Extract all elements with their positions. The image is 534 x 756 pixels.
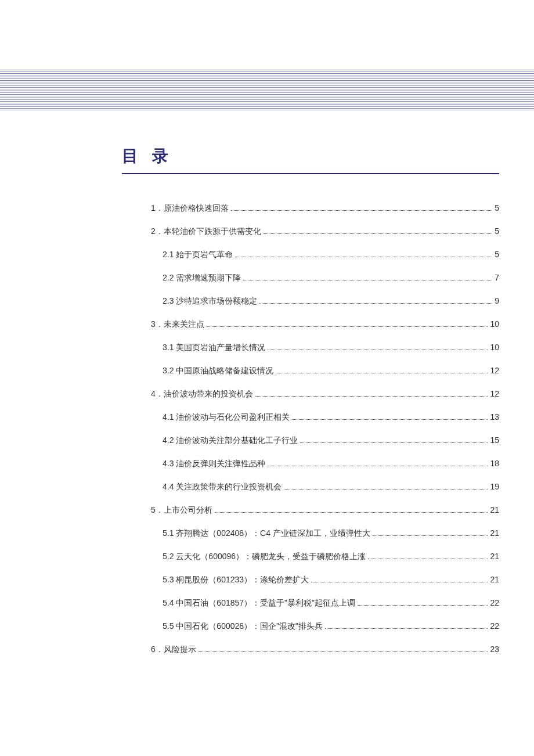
toc-entry-page: 18 [490,459,499,468]
toc-entry-label: 5.4 中国石油（601857）：受益于"暴利税"起征点上调 [163,598,355,609]
toc-entry: 4.3 油价反弹则关注弹性品种18 [151,459,499,469]
toc-leader-dots [292,419,488,420]
toc-entry-label: 6．风险提示 [151,645,196,655]
toc-entry: 2.3 沙特追求市场份额稳定9 [151,296,499,307]
toc-entry-page: 5 [495,226,499,236]
toc-entry-page: 13 [490,412,499,422]
toc-title: 目录 [122,145,499,173]
toc-entry-label: 3．未来关注点 [151,319,204,330]
toc-leader-dots [268,350,488,350]
toc-leader-dots [311,582,488,582]
toc-entry: 1．原油价格快速回落5 [151,203,499,214]
toc-entry: 2.1 始于页岩气革命5 [151,250,499,260]
toc-entry-page: 19 [490,482,499,491]
toc-entry-page: 5 [495,250,499,259]
toc-entry: 3.1 美国页岩油产量增长情况10 [151,343,499,353]
toc-entry-page: 10 [490,343,499,352]
toc-entry-label: 3.1 美国页岩油产量增长情况 [163,343,265,353]
toc-entry-page: 9 [495,296,499,305]
toc-entry: 5.5 中国石化（600028）：国企"混改"排头兵22 [151,621,499,632]
toc-entry-label: 4.3 油价反弹则关注弹性品种 [163,459,265,469]
toc-entry-page: 21 [490,505,499,514]
toc-entry: 6．风险提示23 [151,645,499,655]
toc-entry-page: 22 [490,598,499,607]
toc-entry-page: 12 [490,366,499,375]
toc-entry-label: 4.1 油价波动与石化公司盈利正相关 [163,412,290,423]
toc-entry-label: 2.3 沙特追求市场份额稳定 [163,296,257,307]
toc-leader-dots [268,466,488,466]
toc-entry: 3.2 中国原油战略储备建设情况12 [151,366,499,376]
toc-leader-dots [255,396,488,397]
toc-leader-dots [264,233,492,234]
toc-leader-dots [215,512,488,513]
toc-entry-label: 4．油价波动带来的投资机会 [151,389,253,399]
header-banner [0,70,534,110]
table-of-contents: 1．原油价格快速回落52．本轮油价下跌源于供需变化52.1 始于页岩气革命52.… [35,203,499,655]
toc-leader-dots [368,559,488,559]
toc-entry-label: 5．上市公司分析 [151,505,212,516]
toc-entry-label: 5.5 中国石化（600028）：国企"混改"排头兵 [163,621,323,632]
toc-leader-dots [276,373,488,373]
toc-entry: 5.1 齐翔腾达（002408）：C4 产业链深加工，业绩弹性大21 [151,528,499,539]
toc-entry: 4．油价波动带来的投资机会12 [151,389,499,399]
toc-entry: 3．未来关注点10 [151,319,499,330]
toc-entry-page: 21 [490,528,499,538]
toc-entry-page: 10 [490,319,499,329]
toc-entry: 5.2 云天化（600096）：磷肥龙头，受益于磷肥价格上涨21 [151,552,499,562]
toc-leader-dots [325,628,488,629]
toc-entry-label: 1．原油价格快速回落 [151,203,229,214]
toc-leader-dots [284,489,488,489]
document-page: 目录 1．原油价格快速回落52．本轮油价下跌源于供需变化52.1 始于页岩气革命… [0,0,534,756]
toc-entry-label: 2.2 需求增速预期下降 [163,273,241,283]
toc-entry-label: 3.2 中国原油战略储备建设情况 [163,366,273,376]
top-spacer [0,0,534,70]
toc-leader-dots [300,442,488,443]
toc-leader-dots [358,605,488,606]
title-rule [122,173,499,174]
toc-entry-page: 5 [495,203,499,213]
toc-entry-label: 2.1 始于页岩气革命 [163,250,233,260]
toc-entry-page: 12 [490,389,499,398]
toc-leader-dots [243,280,492,280]
toc-entry-page: 21 [490,552,499,561]
toc-entry-label: 4.2 油价波动关注部分基础化工子行业 [163,435,298,446]
toc-entry-label: 5.3 桐昆股份（601233）：涤纶价差扩大 [163,575,309,585]
toc-entry-page: 22 [490,621,499,631]
toc-entry-page: 23 [490,645,499,654]
toc-entry-label: 5.2 云天化（600096）：磷肥龙头，受益于磷肥价格上涨 [163,552,366,562]
toc-entry: 2．本轮油价下跌源于供需变化5 [151,226,499,237]
toc-entry-page: 21 [490,575,499,584]
toc-entry-label: 5.1 齐翔腾达（002408）：C4 产业链深加工，业绩弹性大 [163,528,370,539]
toc-entry: 5.4 中国石油（601857）：受益于"暴利税"起征点上调22 [151,598,499,609]
toc-leader-dots [207,326,488,327]
toc-entry-label: 4.4 关注政策带来的行业投资机会 [163,482,282,492]
toc-leader-dots [231,210,492,211]
content-area: 目录 1．原油价格快速回落52．本轮油价下跌源于供需变化52.1 始于页岩气革命… [0,110,534,655]
toc-entry: 2.2 需求增速预期下降7 [151,273,499,283]
toc-entry: 4.4 关注政策带来的行业投资机会19 [151,482,499,492]
toc-entry-page: 15 [490,435,499,445]
toc-leader-dots [259,303,492,304]
toc-entry: 5.3 桐昆股份（601233）：涤纶价差扩大21 [151,575,499,585]
toc-leader-dots [199,651,488,652]
toc-entry: 4.1 油价波动与石化公司盈利正相关13 [151,412,499,423]
toc-leader-dots [235,257,492,257]
toc-entry-page: 7 [495,273,499,282]
toc-leader-dots [373,535,488,536]
toc-entry: 4.2 油价波动关注部分基础化工子行业15 [151,435,499,446]
toc-entry: 5．上市公司分析21 [151,505,499,516]
toc-entry-label: 2．本轮油价下跌源于供需变化 [151,226,261,237]
